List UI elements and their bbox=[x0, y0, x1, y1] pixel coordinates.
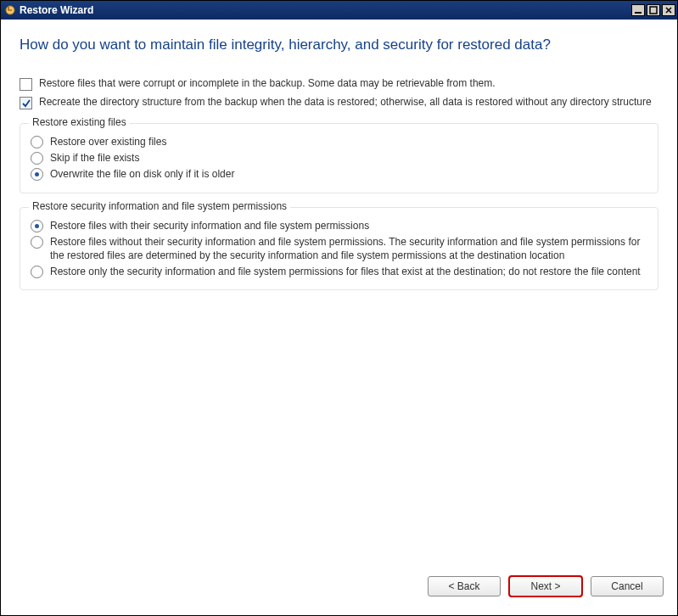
radio-label: Restore over existing files bbox=[50, 135, 647, 148]
radio-row-skip-exists[interactable]: Skip if the file exists bbox=[31, 151, 647, 165]
checkbox-recreate-dir[interactable] bbox=[20, 97, 32, 109]
radio-label: Skip if the file exists bbox=[50, 151, 647, 165]
radio-row-without-security[interactable]: Restore files without their security inf… bbox=[31, 235, 647, 262]
checkbox-restore-corrupt[interactable] bbox=[20, 78, 32, 91]
app-icon bbox=[4, 4, 16, 16]
content-area: How do you want to maintain file integri… bbox=[1, 20, 677, 566]
page-heading: How do you want to maintain file integri… bbox=[20, 36, 658, 53]
radio-label: Overwrite the file on disk only if it is… bbox=[50, 167, 647, 181]
radio-without-security[interactable] bbox=[31, 236, 43, 249]
footer: < Back Next > Cancel bbox=[1, 566, 677, 615]
radio-with-security[interactable] bbox=[31, 220, 43, 232]
radio-row-overwrite-older[interactable]: Overwrite the file on disk only if it is… bbox=[31, 167, 647, 181]
cancel-button[interactable]: Cancel bbox=[591, 576, 664, 596]
group-legend: Restore security information and file sy… bbox=[29, 200, 290, 212]
close-icon bbox=[664, 6, 673, 14]
svg-rect-1 bbox=[635, 12, 642, 14]
window-title: Restore Wizard bbox=[20, 4, 631, 16]
window-controls bbox=[631, 4, 675, 16]
group-existing-files: Restore existing files Restore over exis… bbox=[20, 123, 658, 193]
close-button[interactable] bbox=[662, 4, 675, 16]
minimize-icon bbox=[634, 6, 642, 14]
maximize-button[interactable] bbox=[647, 4, 660, 16]
radio-label: Restore only the security information an… bbox=[50, 265, 647, 278]
radio-skip-exists[interactable] bbox=[31, 152, 43, 165]
radio-restore-over[interactable] bbox=[31, 136, 43, 148]
checkbox-row-restore-corrupt[interactable]: Restore files that were corrupt or incom… bbox=[20, 77, 658, 91]
check-icon bbox=[22, 99, 31, 108]
radio-label: Restore files without their security inf… bbox=[50, 235, 647, 262]
svg-rect-2 bbox=[650, 7, 657, 14]
group-security-permissions: Restore security information and file sy… bbox=[20, 207, 658, 291]
back-button[interactable]: < Back bbox=[428, 576, 501, 596]
maximize-icon bbox=[649, 6, 658, 14]
radio-row-with-security[interactable]: Restore files with their security inform… bbox=[31, 219, 647, 232]
radio-overwrite-older[interactable] bbox=[31, 168, 43, 181]
restore-wizard-window: Restore Wizard How do you want to mainta… bbox=[0, 0, 678, 616]
radio-row-restore-over[interactable]: Restore over existing files bbox=[31, 135, 647, 148]
next-button[interactable]: Next > bbox=[509, 576, 582, 596]
group-legend: Restore existing files bbox=[29, 116, 130, 128]
titlebar: Restore Wizard bbox=[1, 1, 677, 20]
radio-only-security[interactable] bbox=[31, 266, 43, 278]
checkbox-label: Restore files that were corrupt or incom… bbox=[39, 77, 658, 89]
checkbox-label: Recreate the directory structure from th… bbox=[39, 96, 658, 108]
radio-label: Restore files with their security inform… bbox=[50, 219, 647, 232]
checkbox-row-recreate-dir[interactable]: Recreate the directory structure from th… bbox=[20, 96, 658, 109]
minimize-button[interactable] bbox=[631, 4, 645, 16]
radio-row-only-security[interactable]: Restore only the security information an… bbox=[31, 265, 647, 278]
